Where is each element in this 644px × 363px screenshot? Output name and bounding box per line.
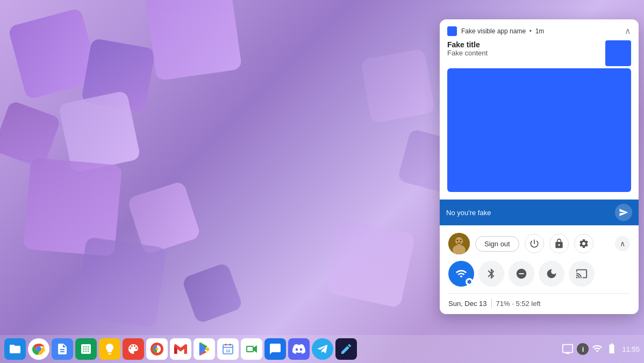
tray-expand-button[interactable]: ∧ bbox=[615, 236, 630, 251]
night-mode-toggle[interactable] bbox=[539, 261, 564, 287]
notification-send-button[interactable] bbox=[615, 204, 632, 221]
svg-rect-7 bbox=[225, 344, 226, 346]
taskbar-icon-keep[interactable] bbox=[99, 338, 120, 360]
tray-vertical-divider bbox=[491, 299, 492, 308]
user-avatar bbox=[448, 233, 470, 254]
taskbar-battery-icon[interactable] bbox=[606, 343, 618, 356]
taskbar-icon-gmail[interactable] bbox=[170, 338, 191, 360]
bluetooth-toggle[interactable] bbox=[478, 261, 504, 287]
taskbar-icon-discord[interactable] bbox=[288, 338, 310, 360]
svg-rect-11 bbox=[247, 347, 253, 351]
tray-battery: 71% · 5:52 left bbox=[496, 300, 541, 308]
taskbar-icon-telegram[interactable] bbox=[312, 338, 333, 360]
app-icon bbox=[447, 26, 457, 36]
taskbar-wifi-icon[interactable] bbox=[592, 343, 603, 355]
notification-expand-btn[interactable]: ∧ bbox=[625, 26, 631, 36]
svg-text:13: 13 bbox=[226, 349, 230, 353]
taskbar: 13 i bbox=[0, 335, 644, 363]
taskbar-icon-calendar[interactable]: 13 bbox=[217, 338, 239, 360]
taskbar-icon-pen[interactable] bbox=[335, 338, 357, 360]
tray-divider bbox=[448, 293, 630, 294]
taskbar-icon-photos[interactable] bbox=[146, 338, 168, 360]
svg-point-4 bbox=[460, 240, 462, 241]
taskbar-icon-messages[interactable] bbox=[264, 338, 286, 360]
tray-top-row: Sign out ∧ bbox=[448, 233, 630, 254]
taskbar-screen-icon[interactable] bbox=[562, 343, 574, 356]
cast-toggle[interactable] bbox=[569, 261, 595, 287]
taskbar-icon-sheets[interactable] bbox=[75, 338, 97, 360]
system-tray-panel: Sign out ∧ bbox=[440, 225, 639, 314]
notification-reply-area bbox=[440, 200, 639, 225]
taskbar-icon-docs[interactable] bbox=[52, 338, 73, 360]
notification-large-icon bbox=[605, 40, 631, 66]
notification-title: Fake title bbox=[447, 40, 488, 49]
taskbar-notification-icon[interactable]: i bbox=[577, 343, 589, 355]
tray-bottom-row: Sun, Dec 13 71% · 5:52 left bbox=[448, 299, 630, 308]
taskbar-icon-palette[interactable] bbox=[123, 338, 144, 360]
wifi-toggle[interactable] bbox=[448, 261, 474, 287]
taskbar-time[interactable]: 11:55 bbox=[622, 345, 640, 353]
notification-content: Fake content bbox=[447, 49, 488, 57]
taskbar-icon-files[interactable] bbox=[4, 338, 26, 360]
app-name: Fake visible app name • 1m bbox=[461, 27, 620, 35]
do-not-disturb-toggle[interactable] bbox=[509, 261, 534, 287]
settings-button[interactable] bbox=[574, 234, 593, 253]
svg-rect-8 bbox=[230, 344, 231, 346]
notification-title-row: Fake title Fake content bbox=[447, 40, 631, 66]
notification-reply-input[interactable] bbox=[446, 209, 611, 217]
power-button[interactable] bbox=[525, 234, 544, 253]
svg-point-3 bbox=[457, 240, 459, 241]
notification-panel: Fake visible app name • 1m ∧ Fake title … bbox=[440, 19, 639, 314]
taskbar-icon-chrome[interactable] bbox=[28, 338, 49, 360]
sign-out-button[interactable]: Sign out bbox=[475, 236, 519, 252]
notification-image bbox=[447, 68, 631, 192]
tray-date: Sun, Dec 13 bbox=[448, 300, 487, 308]
lock-button[interactable] bbox=[549, 234, 569, 253]
notification-card: Fake visible app name • 1m ∧ Fake title … bbox=[440, 19, 639, 200]
quick-settings-row bbox=[448, 261, 630, 287]
taskbar-icon-play-store[interactable] bbox=[194, 338, 215, 360]
notification-header: Fake visible app name • 1m ∧ bbox=[447, 26, 631, 36]
taskbar-right: i 11:55 bbox=[562, 343, 640, 356]
taskbar-icon-meet[interactable] bbox=[241, 338, 262, 360]
